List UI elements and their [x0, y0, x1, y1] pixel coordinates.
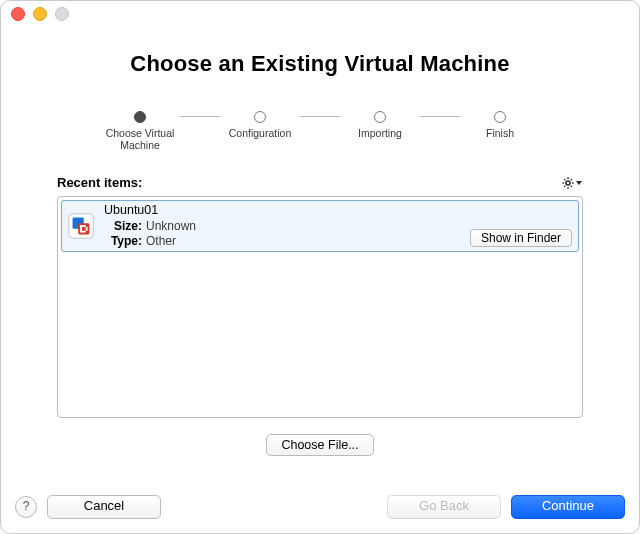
- import-wizard-window: Choose an Existing Virtual Machine Choos…: [0, 0, 640, 534]
- wizard-stepper: Choose Virtual Machine Configuration Imp…: [1, 111, 639, 151]
- recent-item-name: Ubuntu01: [104, 203, 572, 218]
- wizard-footer: ? Cancel Go Back Continue: [1, 483, 639, 533]
- window-titlebar: [1, 1, 639, 27]
- cancel-button[interactable]: Cancel: [47, 495, 161, 519]
- step-dot-active: [134, 111, 146, 123]
- step-label: Configuration: [229, 127, 291, 139]
- gear-icon: [561, 176, 583, 190]
- step-finish: Finish: [460, 111, 540, 139]
- choose-file-button[interactable]: Choose File...: [266, 434, 373, 456]
- show-in-finder-button[interactable]: Show in Finder: [470, 229, 572, 247]
- chevron-down-icon: [576, 181, 582, 185]
- go-back-button: Go Back: [387, 495, 501, 519]
- recent-item-type-label: Type:: [104, 234, 142, 249]
- recent-items-list: Ubuntu01 Size: Unknown Type: Other Show …: [57, 196, 583, 418]
- svg-rect-11: [78, 223, 89, 234]
- step-configuration: Configuration: [220, 111, 300, 139]
- svg-line-7: [571, 179, 572, 180]
- help-button[interactable]: ?: [15, 496, 37, 518]
- recent-item-size-label: Size:: [104, 219, 142, 234]
- step-dot: [494, 111, 506, 123]
- svg-line-6: [571, 185, 572, 186]
- close-window-button[interactable]: [11, 7, 25, 21]
- recent-item-row[interactable]: Ubuntu01 Size: Unknown Type: Other Show …: [61, 200, 579, 252]
- recent-item-type-value: Other: [146, 234, 176, 249]
- vm-icon: [66, 211, 96, 241]
- recent-items-actions-menu[interactable]: [561, 176, 583, 190]
- recent-items-label: Recent items:: [57, 175, 142, 190]
- continue-button[interactable]: Continue: [511, 495, 625, 519]
- minimize-window-button[interactable]: [33, 7, 47, 21]
- step-importing: Importing: [340, 111, 420, 139]
- svg-line-8: [564, 185, 565, 186]
- zoom-window-button: [55, 7, 69, 21]
- recent-item-size-value: Unknown: [146, 219, 196, 234]
- svg-point-0: [566, 181, 570, 185]
- step-dot: [374, 111, 386, 123]
- step-label: Importing: [358, 127, 402, 139]
- step-label: Finish: [486, 127, 514, 139]
- step-choose-vm: Choose Virtual Machine: [100, 111, 180, 151]
- page-title: Choose an Existing Virtual Machine: [1, 51, 639, 77]
- step-label: Choose Virtual Machine: [106, 127, 175, 151]
- step-dot: [254, 111, 266, 123]
- svg-line-5: [564, 179, 565, 180]
